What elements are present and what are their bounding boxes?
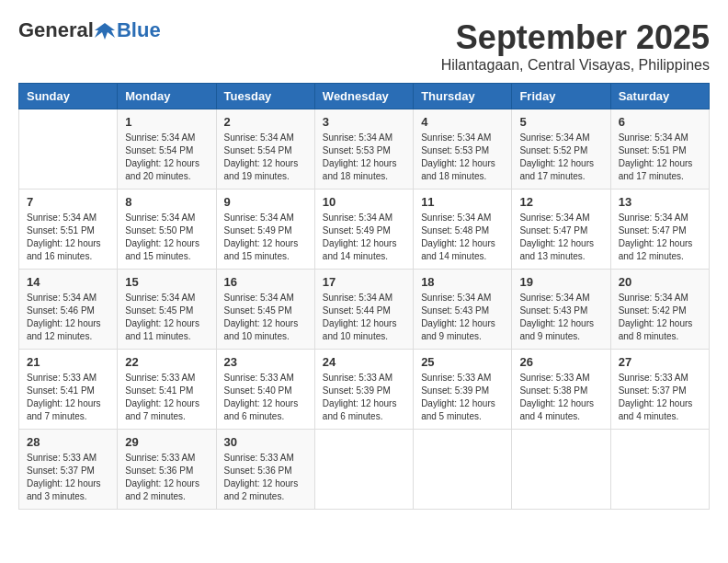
day-number: 22 xyxy=(125,355,208,369)
logo: General Blue xyxy=(18,18,161,42)
day-number: 10 xyxy=(323,195,405,209)
day-number: 25 xyxy=(421,355,504,369)
cell-content: Sunrise: 5:34 AM Sunset: 5:52 PM Dayligh… xyxy=(519,132,602,183)
logo-general: General xyxy=(18,18,94,41)
calendar-cell: 10Sunrise: 5:34 AM Sunset: 5:49 PM Dayli… xyxy=(314,190,413,270)
day-number: 5 xyxy=(519,115,602,129)
cell-content: Sunrise: 5:34 AM Sunset: 5:49 PM Dayligh… xyxy=(224,212,307,263)
month-title: September 2025 xyxy=(441,18,710,57)
day-number: 12 xyxy=(519,195,602,209)
cell-content: Sunrise: 5:34 AM Sunset: 5:54 PM Dayligh… xyxy=(224,132,307,183)
page-header: General Blue September 2025 Hilantagaan,… xyxy=(18,18,710,74)
cell-content: Sunrise: 5:33 AM Sunset: 5:41 PM Dayligh… xyxy=(27,372,109,423)
cell-content: Sunrise: 5:34 AM Sunset: 5:47 PM Dayligh… xyxy=(519,212,602,263)
calendar-cell: 28Sunrise: 5:33 AM Sunset: 5:37 PM Dayli… xyxy=(19,430,118,510)
location-title: Hilantagaan, Central Visayas, Philippine… xyxy=(441,57,710,74)
calendar-cell: 4Sunrise: 5:34 AM Sunset: 5:53 PM Daylig… xyxy=(414,109,512,190)
calendar-cell: 18Sunrise: 5:34 AM Sunset: 5:43 PM Dayli… xyxy=(414,270,512,350)
header-cell-monday: Monday xyxy=(118,84,216,109)
cell-content: Sunrise: 5:33 AM Sunset: 5:41 PM Dayligh… xyxy=(125,372,208,423)
calendar-cell: 12Sunrise: 5:34 AM Sunset: 5:47 PM Dayli… xyxy=(512,190,610,270)
calendar-cell: 17Sunrise: 5:34 AM Sunset: 5:44 PM Dayli… xyxy=(314,270,413,350)
cell-content: Sunrise: 5:34 AM Sunset: 5:54 PM Dayligh… xyxy=(125,132,208,183)
calendar-cell: 9Sunrise: 5:34 AM Sunset: 5:49 PM Daylig… xyxy=(216,190,314,270)
cell-content: Sunrise: 5:34 AM Sunset: 5:45 PM Dayligh… xyxy=(224,292,307,343)
calendar-cell: 16Sunrise: 5:34 AM Sunset: 5:45 PM Dayli… xyxy=(216,270,314,350)
day-number: 4 xyxy=(421,115,504,129)
calendar-cell: 3Sunrise: 5:34 AM Sunset: 5:53 PM Daylig… xyxy=(314,109,413,190)
header-row: SundayMondayTuesdayWednesdayThursdayFrid… xyxy=(19,84,710,109)
calendar-cell: 22Sunrise: 5:33 AM Sunset: 5:41 PM Dayli… xyxy=(118,350,216,430)
calendar-cell: 11Sunrise: 5:34 AM Sunset: 5:48 PM Dayli… xyxy=(414,190,512,270)
cell-content: Sunrise: 5:34 AM Sunset: 5:43 PM Dayligh… xyxy=(519,292,602,343)
cell-content: Sunrise: 5:34 AM Sunset: 5:49 PM Dayligh… xyxy=(323,212,405,263)
header-cell-sunday: Sunday xyxy=(19,84,118,109)
title-section: September 2025 Hilantagaan, Central Visa… xyxy=(441,18,710,74)
calendar-cell: 13Sunrise: 5:34 AM Sunset: 5:47 PM Dayli… xyxy=(610,190,709,270)
cell-content: Sunrise: 5:34 AM Sunset: 5:53 PM Dayligh… xyxy=(421,132,504,183)
day-number: 8 xyxy=(125,195,208,209)
calendar-cell: 14Sunrise: 5:34 AM Sunset: 5:46 PM Dayli… xyxy=(19,270,118,350)
cell-content: Sunrise: 5:34 AM Sunset: 5:43 PM Dayligh… xyxy=(421,292,504,343)
calendar-cell: 2Sunrise: 5:34 AM Sunset: 5:54 PM Daylig… xyxy=(216,109,314,190)
calendar-cell: 20Sunrise: 5:34 AM Sunset: 5:42 PM Dayli… xyxy=(610,270,709,350)
cell-content: Sunrise: 5:34 AM Sunset: 5:51 PM Dayligh… xyxy=(27,212,109,263)
cell-content: Sunrise: 5:34 AM Sunset: 5:46 PM Dayligh… xyxy=(27,292,109,343)
day-number: 2 xyxy=(224,115,307,129)
calendar-cell xyxy=(414,430,512,510)
day-number: 7 xyxy=(27,195,109,209)
cell-content: Sunrise: 5:34 AM Sunset: 5:48 PM Dayligh… xyxy=(421,212,504,263)
calendar-cell xyxy=(512,430,610,510)
calendar-cell: 1Sunrise: 5:34 AM Sunset: 5:54 PM Daylig… xyxy=(118,109,216,190)
day-number: 18 xyxy=(421,275,504,289)
logo-blue: Blue xyxy=(117,18,161,42)
calendar-cell xyxy=(19,109,118,190)
calendar-table: SundayMondayTuesdayWednesdayThursdayFrid… xyxy=(18,83,710,510)
calendar-cell xyxy=(610,430,709,510)
header-cell-friday: Friday xyxy=(512,84,610,109)
day-number: 6 xyxy=(619,115,701,129)
day-number: 23 xyxy=(224,355,307,369)
cell-content: Sunrise: 5:34 AM Sunset: 5:53 PM Dayligh… xyxy=(323,132,405,183)
cell-content: Sunrise: 5:34 AM Sunset: 5:47 PM Dayligh… xyxy=(619,212,701,263)
calendar-cell: 29Sunrise: 5:33 AM Sunset: 5:36 PM Dayli… xyxy=(118,430,216,510)
cell-content: Sunrise: 5:33 AM Sunset: 5:36 PM Dayligh… xyxy=(125,452,208,503)
day-number: 26 xyxy=(519,355,602,369)
day-number: 21 xyxy=(27,355,109,369)
calendar-cell: 23Sunrise: 5:33 AM Sunset: 5:40 PM Dayli… xyxy=(216,350,314,430)
calendar-cell: 21Sunrise: 5:33 AM Sunset: 5:41 PM Dayli… xyxy=(19,350,118,430)
day-number: 9 xyxy=(224,195,307,209)
week-row-4: 21Sunrise: 5:33 AM Sunset: 5:41 PM Dayli… xyxy=(19,350,710,430)
day-number: 15 xyxy=(125,275,208,289)
day-number: 13 xyxy=(619,195,701,209)
cell-content: Sunrise: 5:34 AM Sunset: 5:42 PM Dayligh… xyxy=(619,292,701,343)
day-number: 20 xyxy=(619,275,701,289)
logo-bird-icon xyxy=(95,21,115,41)
calendar-cell: 25Sunrise: 5:33 AM Sunset: 5:39 PM Dayli… xyxy=(414,350,512,430)
calendar-cell: 5Sunrise: 5:34 AM Sunset: 5:52 PM Daylig… xyxy=(512,109,610,190)
cell-content: Sunrise: 5:34 AM Sunset: 5:44 PM Dayligh… xyxy=(323,292,405,343)
calendar-cell: 26Sunrise: 5:33 AM Sunset: 5:38 PM Dayli… xyxy=(512,350,610,430)
day-number: 30 xyxy=(224,435,307,449)
day-number: 14 xyxy=(27,275,109,289)
day-number: 27 xyxy=(619,355,701,369)
calendar-cell: 24Sunrise: 5:33 AM Sunset: 5:39 PM Dayli… xyxy=(314,350,413,430)
week-row-3: 14Sunrise: 5:34 AM Sunset: 5:46 PM Dayli… xyxy=(19,270,710,350)
header-cell-wednesday: Wednesday xyxy=(314,84,413,109)
day-number: 19 xyxy=(519,275,602,289)
day-number: 11 xyxy=(421,195,504,209)
day-number: 28 xyxy=(27,435,109,449)
week-row-5: 28Sunrise: 5:33 AM Sunset: 5:37 PM Dayli… xyxy=(19,430,710,510)
cell-content: Sunrise: 5:34 AM Sunset: 5:50 PM Dayligh… xyxy=(125,212,208,263)
cell-content: Sunrise: 5:33 AM Sunset: 5:38 PM Dayligh… xyxy=(519,372,602,423)
cell-content: Sunrise: 5:33 AM Sunset: 5:37 PM Dayligh… xyxy=(27,452,109,503)
day-number: 3 xyxy=(323,115,405,129)
cell-content: Sunrise: 5:33 AM Sunset: 5:39 PM Dayligh… xyxy=(323,372,405,423)
calendar-cell: 7Sunrise: 5:34 AM Sunset: 5:51 PM Daylig… xyxy=(19,190,118,270)
svg-marker-0 xyxy=(95,23,115,40)
day-number: 1 xyxy=(125,115,208,129)
calendar-cell: 6Sunrise: 5:34 AM Sunset: 5:51 PM Daylig… xyxy=(610,109,709,190)
calendar-cell: 30Sunrise: 5:33 AM Sunset: 5:36 PM Dayli… xyxy=(216,430,314,510)
cell-content: Sunrise: 5:33 AM Sunset: 5:40 PM Dayligh… xyxy=(224,372,307,423)
cell-content: Sunrise: 5:33 AM Sunset: 5:37 PM Dayligh… xyxy=(619,372,701,423)
